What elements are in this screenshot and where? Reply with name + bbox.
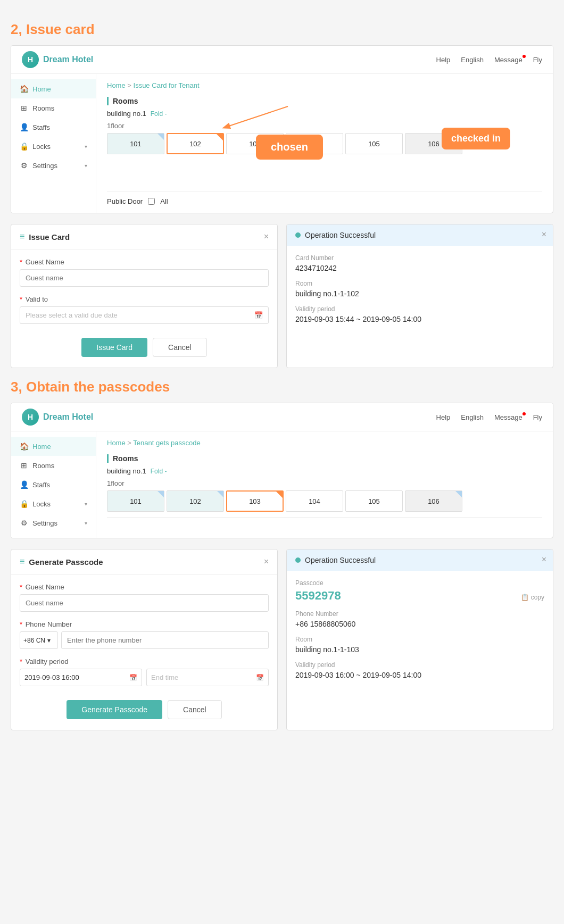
passcode-success-close[interactable]: × [542,555,546,564]
sidebar-item-locks-2[interactable]: 🔒 Locks ▾ [11,494,96,513]
generate-passcode-title: ≡ Generate Passcode [20,557,103,567]
sidebar-item-rooms-1[interactable]: ⊞ Rooms [11,98,96,118]
sidebar-label-staffs-1: Staffs [32,123,50,131]
passcode-success-dialog: × Operation Successful Passcode 5592978 … [286,549,553,730]
phone-label: * Phone Number [20,620,269,628]
sidebar-label-settings-2: Settings [32,519,57,527]
issue-card-cancel-btn[interactable]: Cancel [153,338,207,357]
sidebar-label-home-2: Home [32,443,51,451]
room-cell-102[interactable]: 102 [167,133,224,154]
public-door-checkbox-1[interactable] [148,198,155,205]
generate-passcode-close-btn[interactable]: × [264,557,269,567]
room-106-label: 106 [428,140,439,148]
room2-106-corner [455,491,462,497]
sidebar-item-settings-2[interactable]: ⚙ Settings ▾ [11,513,96,532]
room-cell-105[interactable]: 105 [345,133,403,154]
card-number-group: Card Number 4234710242 [295,254,544,272]
nav-message-1[interactable]: Message [494,56,522,64]
end-time-input[interactable]: End time 📅 [146,669,269,686]
validity-label-passcode: * Validity period [20,657,269,665]
nav-fly-2[interactable]: Fly [533,413,542,421]
public-door-row-2 [107,517,542,523]
passcode-guest-name-input[interactable] [20,594,269,612]
app-nav-top-1: Help English Message Fly [436,56,542,64]
passcode-success-body: Passcode 5592978 📋 copy Phone Number +86… [287,571,553,695]
fold-link-2[interactable]: Fold - [151,468,167,475]
generate-passcode-body: * Guest Name * Phone Number +86 CN ▾ [11,575,277,730]
phone-row: +86 CN ▾ [20,631,269,649]
breadcrumb-current-2: Tenant gets passcode [133,439,200,447]
room-cell-101[interactable]: 101 [107,133,164,154]
generate-passcode-dialog: ≡ Generate Passcode × * Guest Name * Pho… [11,549,278,730]
sidebar-item-home-1[interactable]: 🏠 Home [11,79,96,98]
breadcrumb-1: Home > Issue Card for Tenant [107,81,542,89]
sidebar-item-staffs-2[interactable]: 👤 Staffs [11,475,96,494]
copy-button[interactable]: 📋 copy [521,594,544,601]
sidebar-label-rooms-1: Rooms [32,104,54,112]
building-name-1: building no.1 [107,110,146,118]
nav-english-2[interactable]: English [461,413,484,421]
sidebar-label-locks-1: Locks [32,143,51,151]
breadcrumb-current-1: Issue Card for Tenant [134,81,200,89]
app-nav-top-2: Help English Message Fly [436,413,542,421]
breadcrumb-home-2[interactable]: Home [107,439,126,447]
validity-label-passcode-s: Validity period [295,661,544,669]
app-header-2: H Dream Hotel Help English Message Fly [11,403,553,431]
valid-to-label: * Valid to [20,295,269,303]
issue-card-btn[interactable]: Issue Card [81,338,147,357]
public-door-row-1: Public Door All [107,192,542,205]
nav-fly-1[interactable]: Fly [533,56,542,64]
guest-name-input[interactable] [20,269,269,287]
validity-value-passcode: 2019-09-03 16:00 ~ 2019-09-05 14:00 [295,671,544,679]
sidebar-item-locks-1[interactable]: 🔒 Locks ▾ [11,137,96,156]
room2-cell-101[interactable]: 101 [107,490,164,512]
sidebar-item-staffs-1[interactable]: 👤 Staffs [11,118,96,137]
valid-to-input[interactable]: Please select a valid due date 📅 [20,306,269,324]
room2-cell-102[interactable]: 102 [167,490,224,512]
room2-cell-104[interactable]: 104 [286,490,343,512]
nav-help-2[interactable]: Help [436,413,451,421]
generate-passcode-btn[interactable]: Generate Passcode [67,700,162,719]
valid-to-placeholder: Please select a valid due date [26,311,118,319]
sidebar-item-home-2[interactable]: 🏠 Home [11,437,96,456]
phone-country-select[interactable]: +86 CN ▾ [20,631,58,649]
phone-number-input[interactable] [61,631,269,649]
start-date-value: 2019-09-03 16:00 [24,673,79,681]
nav-english-1[interactable]: English [461,56,484,64]
sidebar-item-rooms-2[interactable]: ⊞ Rooms [11,456,96,475]
issue-success-close[interactable]: × [542,230,546,239]
copy-icon: 📋 [521,594,529,601]
room-label-issue: Room [295,280,544,287]
nav-message-2[interactable]: Message [494,413,522,421]
sidebar-label-home-1: Home [32,85,51,93]
building-row-1: building no.1 Fold - [107,110,542,118]
room2-cell-103[interactable]: 103 [226,490,284,512]
breadcrumb-2: Home > Tenant gets passcode [107,439,542,447]
passcode-value: 5592978 [295,589,341,603]
room2-cell-105[interactable]: 105 [345,490,403,512]
building-row-2: building no.1 Fold - [107,467,542,475]
rooms-icon-2: ⊞ [20,461,28,470]
start-date-input[interactable]: 2019-09-03 16:00 📅 [20,669,142,686]
logo-icon-1: H [22,51,39,68]
nav-help-1[interactable]: Help [436,56,451,64]
fold-link-1[interactable]: Fold - [151,110,167,118]
passcode-cancel-btn[interactable]: Cancel [168,700,222,719]
room2-103-label: 103 [249,497,261,505]
issue-card-close-btn[interactable]: × [264,232,269,242]
phone-group-success: Phone Number +86 15868805060 [295,610,544,628]
sidebar-1: 🏠 Home ⊞ Rooms 👤 Staffs 🔒 Locks ▾ ⚙ Sett… [11,74,96,213]
passcode-success-header: Operation Successful [287,550,553,571]
issue-card-dialogs: ≡ Issue Card × * Guest Name * Valid to P… [11,224,553,368]
room-105-label: 105 [368,140,380,148]
breadcrumb-home-1[interactable]: Home [107,81,126,89]
phone-country-value: +86 CN [23,637,45,644]
sidebar-item-settings-1[interactable]: ⚙ Settings ▾ [11,156,96,175]
room2-cell-106[interactable]: 106 [405,490,462,512]
sidebar-label-locks-2: Locks [32,500,51,508]
validity-field: * Validity period 2019-09-03 16:00 📅 End… [20,657,269,686]
valid-to-field: * Valid to Please select a valid due dat… [20,295,269,324]
calendar-icon-start: 📅 [129,674,137,681]
passcode-guest-name-field: * Guest Name [20,583,269,612]
locks-chevron-2: ▾ [85,501,87,507]
